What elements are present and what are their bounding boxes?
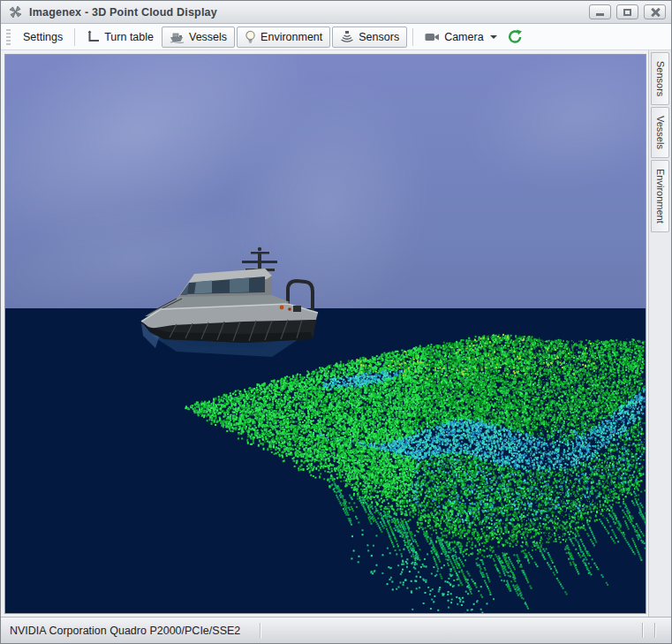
point-cloud-canvas[interactable] — [5, 55, 646, 613]
toolbar-separator — [412, 28, 413, 46]
camera-icon — [425, 32, 440, 42]
vessels-toggle-button[interactable]: Vessels — [162, 27, 235, 48]
refresh-icon — [508, 29, 523, 44]
title-bar[interactable]: Imagenex - 3D Point Cloud Display — [1, 1, 671, 24]
maximize-button[interactable] — [616, 4, 638, 19]
main-area: Sensors Vessels Environment — [1, 50, 671, 617]
tab-vessels[interactable]: Vessels — [651, 107, 669, 158]
sensors-toggle-button[interactable]: Sensors — [332, 27, 407, 48]
turn-table-label: Turn table — [104, 31, 154, 43]
minimize-icon — [596, 13, 604, 16]
side-tab-strip: Sensors Vessels Environment — [648, 50, 671, 617]
toolbar: Settings Turn table Vessels — [1, 24, 671, 50]
vessel-3d-model — [136, 240, 323, 369]
app-window: Imagenex - 3D Point Cloud Display Settin… — [0, 0, 672, 644]
refresh-button[interactable] — [504, 27, 526, 48]
close-icon — [651, 8, 660, 17]
lightbulb-icon — [245, 30, 256, 44]
turn-table-button[interactable]: Turn table — [79, 27, 161, 48]
sensors-label: Sensors — [359, 31, 399, 43]
statusbar-resize-grip[interactable] — [642, 623, 662, 638]
chevron-down-icon — [490, 35, 497, 39]
tab-sensors[interactable]: Sensors — [651, 52, 669, 105]
camera-dropdown-button[interactable]: Camera — [418, 27, 503, 48]
vessels-label: Vessels — [189, 31, 227, 43]
sonar-waves-icon — [340, 30, 354, 43]
maximize-icon — [623, 9, 631, 16]
settings-button[interactable]: Settings — [16, 27, 70, 48]
viewport-frame — [1, 50, 648, 617]
app-logo-icon — [8, 4, 23, 19]
boat-icon — [170, 31, 185, 43]
environment-label: Environment — [260, 31, 322, 43]
environment-toggle-button[interactable]: Environment — [237, 27, 330, 48]
tab-environment[interactable]: Environment — [651, 160, 669, 232]
close-button[interactable] — [644, 4, 666, 19]
statusbar-separator — [260, 623, 260, 639]
toolbar-grip-handle[interactable] — [6, 29, 11, 45]
camera-label: Camera — [444, 31, 483, 43]
toolbar-separator — [74, 28, 75, 46]
status-bar: NVIDIA Corporation Quadro P2000/PCIe/SSE… — [1, 617, 671, 643]
gpu-status-text: NVIDIA Corporation Quadro P2000/PCIe/SSE… — [10, 625, 240, 637]
settings-label: Settings — [23, 31, 63, 43]
window-title: Imagenex - 3D Point Cloud Display — [29, 6, 217, 19]
minimize-button[interactable] — [589, 4, 611, 19]
3d-viewport[interactable] — [4, 54, 646, 614]
turn-table-axis-icon — [87, 30, 100, 43]
